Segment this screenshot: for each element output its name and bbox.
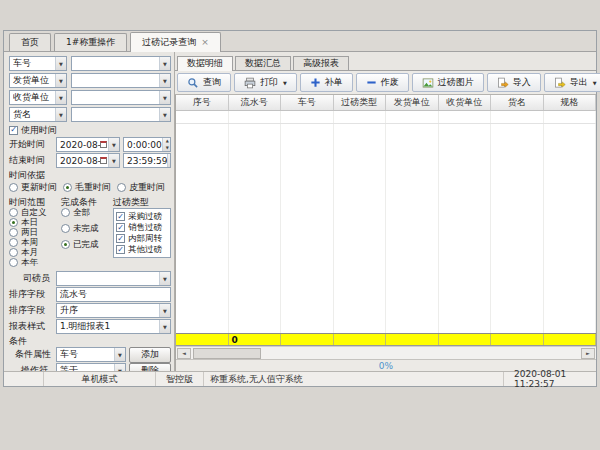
radio-icon[interactable] (9, 258, 18, 267)
radio-icon[interactable] (61, 224, 70, 233)
weigher-combo[interactable] (56, 271, 171, 286)
radio-selected-icon[interactable] (61, 240, 70, 249)
sort-order-combo[interactable]: 升序 (56, 303, 171, 318)
condition-title: 条件 (9, 336, 171, 346)
spinner-arrows-icon[interactable]: ▲▼ (162, 138, 171, 151)
tab-record-query[interactable]: 过磅记录查询 × (130, 32, 221, 52)
radio-icon[interactable] (9, 183, 18, 192)
print-button[interactable]: 打印 ▼ (234, 73, 297, 92)
shipper-value-combo[interactable] (71, 73, 171, 88)
sort-field-input[interactable]: 流水号 (56, 287, 171, 302)
scroll-right-icon[interactable]: ► (581, 348, 595, 359)
use-time-row: ✓ 使用时间 (9, 124, 171, 136)
radio-selected-icon[interactable] (9, 218, 18, 227)
chevron-down-icon[interactable] (159, 272, 170, 285)
void-button[interactable]: 作废 (356, 73, 409, 92)
data-subtabs: 数据明细 数据汇总 高级报表 (175, 55, 596, 71)
radio-icon[interactable] (61, 208, 70, 217)
chevron-down-icon[interactable] (159, 74, 170, 87)
start-time-spinner[interactable]: 0:00:00 ▲▼ (123, 137, 171, 152)
end-date-picker[interactable]: 2020-08-01 (56, 153, 120, 168)
receiver-field-combo[interactable]: 收货单位 (9, 90, 67, 105)
chevron-down-icon[interactable] (114, 364, 125, 371)
report-style-combo[interactable]: 1.明细报表1 (56, 319, 171, 334)
close-icon[interactable]: × (201, 38, 209, 47)
col-header-serial[interactable]: 流水号 (229, 95, 282, 110)
chevron-down-icon[interactable] (114, 348, 125, 361)
use-time-checkbox[interactable]: ✓ (9, 126, 18, 135)
col-header-goods[interactable]: 货名 (491, 95, 544, 110)
chevron-down-icon[interactable]: ▼ (283, 80, 287, 86)
summary-row: 0 (176, 333, 596, 346)
checkbox-icon[interactable]: ✓ (116, 234, 125, 243)
vehicle-field-combo[interactable]: 车号 (9, 56, 67, 71)
checkbox-icon[interactable]: ✓ (116, 245, 125, 254)
vehicle-value-combo[interactable] (71, 56, 171, 71)
shipper-field-combo[interactable]: 发货单位 (9, 73, 67, 88)
chevron-down-icon[interactable] (108, 154, 119, 167)
check-internal[interactable]: ✓内部周转 (116, 233, 168, 244)
col-header-seq[interactable]: 序号 (176, 95, 229, 110)
tab-home[interactable]: 首页 (9, 33, 51, 51)
check-purchase[interactable]: ✓采购过磅 (116, 211, 168, 222)
col-header-vehicle[interactable]: 车号 (281, 95, 334, 110)
chevron-down-icon[interactable] (159, 91, 170, 104)
end-time-spinner[interactable]: 23:59:59 ▲▼ (123, 153, 171, 168)
check-other[interactable]: ✓其他过磅 (116, 244, 168, 255)
condition-attr-combo[interactable]: 车号 (56, 347, 126, 362)
chevron-down-icon[interactable] (159, 108, 170, 121)
chevron-down-icon[interactable] (55, 57, 66, 70)
spinner-arrows-icon[interactable]: ▲▼ (167, 154, 171, 167)
radio-tare-time[interactable]: 皮重时间 (117, 181, 165, 193)
chevron-down-icon[interactable]: ▼ (593, 80, 597, 86)
radio-icon[interactable] (9, 208, 18, 217)
tab-advanced-report[interactable]: 高级报表 (293, 56, 349, 70)
chevron-down-icon[interactable] (55, 91, 66, 104)
col-header-shipper[interactable]: 发货单位 (386, 95, 439, 110)
supplement-button[interactable]: 补单 (300, 73, 353, 92)
tab-data-summary[interactable]: 数据汇总 (235, 56, 291, 70)
horizontal-scrollbar[interactable]: ◄ ► (176, 346, 596, 359)
start-date-picker[interactable]: 2020-08-01 (56, 137, 120, 152)
radio-icon[interactable] (9, 228, 18, 237)
radio-finished[interactable]: 已完成 (61, 240, 113, 249)
col-header-receiver[interactable]: 收货单位 (439, 95, 492, 110)
chevron-down-icon[interactable] (159, 304, 170, 317)
plus-icon (310, 77, 321, 88)
col-header-weigh-type[interactable]: 过磅类型 (334, 95, 387, 110)
radio-selected-icon[interactable] (63, 183, 72, 192)
scrollbar-thumb[interactable] (193, 348, 261, 359)
goods-field-combo[interactable]: 货名 (9, 107, 67, 122)
import-button[interactable]: 导入 (487, 73, 541, 92)
chevron-down-icon[interactable] (55, 108, 66, 121)
receiver-value-combo[interactable] (71, 90, 171, 105)
chevron-down-icon[interactable] (108, 138, 119, 151)
weigh-photos-button[interactable]: 过磅图片 (412, 73, 484, 92)
scroll-left-icon[interactable]: ◄ (177, 348, 191, 359)
chevron-down-icon[interactable] (159, 57, 170, 70)
radio-unfinished[interactable]: 未完成 (61, 224, 113, 233)
condition-op-combo[interactable]: 等于 (56, 363, 126, 371)
delete-button[interactable]: 删除 (129, 363, 171, 372)
sort-field-label: 排序字段 (9, 288, 53, 301)
query-button[interactable]: 查询 (177, 73, 231, 92)
radio-all[interactable]: 全部 (61, 208, 113, 217)
radio-icon[interactable] (9, 248, 18, 257)
checkbox-icon[interactable]: ✓ (116, 212, 125, 221)
export-button[interactable]: 导出 ▼ (544, 73, 600, 92)
radio-gross-time[interactable]: 毛重时间 (63, 181, 111, 193)
col-header-spec[interactable]: 规格 (544, 95, 597, 110)
status-bar: 单机模式 智控版 称重系统,无人值守系统 2020-08-01 11:23:57 (4, 371, 596, 386)
goods-value-combo[interactable] (71, 107, 171, 122)
tab-data-detail[interactable]: 数据明细 (177, 56, 233, 71)
radio-icon[interactable] (9, 238, 18, 247)
radio-update-time[interactable]: 更新时间 (9, 181, 57, 193)
chevron-down-icon[interactable] (55, 74, 66, 87)
radio-this-year[interactable]: 本年 (9, 258, 61, 267)
add-button[interactable]: 添加 (129, 347, 171, 363)
checkbox-icon[interactable]: ✓ (116, 223, 125, 232)
check-sale[interactable]: ✓销售过磅 (116, 222, 168, 233)
radio-icon[interactable] (117, 183, 126, 192)
tab-weighing-operation[interactable]: 1#称重操作 (54, 33, 127, 51)
chevron-down-icon[interactable] (159, 320, 170, 333)
